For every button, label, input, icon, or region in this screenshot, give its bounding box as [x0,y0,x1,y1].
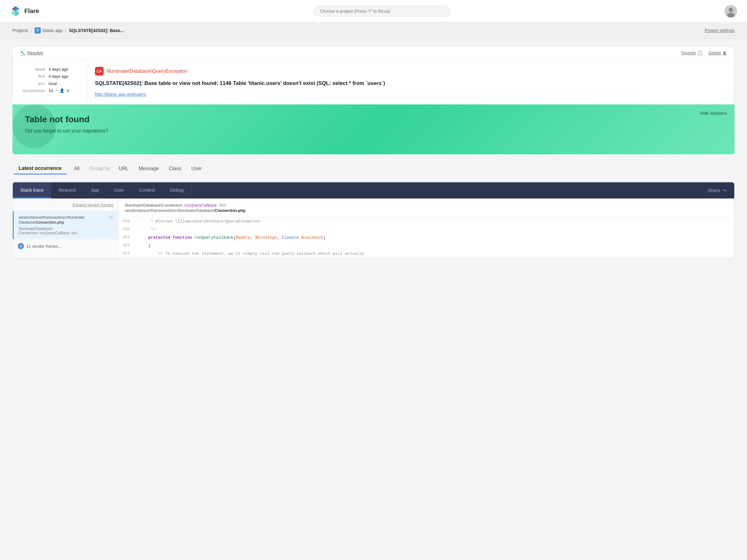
exception-message: SQLSTATE[42S02]: Base table or view not … [95,79,727,87]
svg-point-8 [12,105,56,148]
meta-env: env local [20,81,80,86]
search-input-wrap[interactable] [313,6,450,17]
frame-path: vendor/laravel/framework/src/Illuminate/… [19,215,113,225]
code-line-653: 653 // To execute the statement, we'll s… [119,250,734,258]
solution-banner: Hide solutions Table not found Did you f… [12,105,735,154]
code-tab-user[interactable]: User [107,182,132,198]
breadcrumb-project-link[interactable]: titanic.app [43,28,62,33]
resolve-button[interactable]: 🔧 Resolve [20,50,43,55]
solution-title: Table not found [25,114,722,125]
logo-area: Flare [10,6,39,17]
code-line-651: 651 protected function runQueryCallback(… [119,234,734,242]
resolve-label: Resolve [27,50,43,55]
line-content-650: */ [133,225,734,234]
code-class: Illuminate\Database\Connection [125,203,182,208]
frame-item-active[interactable]: 62 vendor/laravel/framework/src/Illumina… [13,211,118,240]
error-meta: latest 4 days ago first 4 days ago env l… [13,59,87,104]
tab-message[interactable]: Message [135,163,162,174]
line-content-652: { [133,242,734,250]
hide-solutions-button[interactable]: Hide solutions [700,111,727,116]
line-num-653: 653 [119,250,133,257]
code-file-breadcrumb: Illuminate\Database\Connection::runQuery… [119,198,734,217]
meta-occurrences-label: occurrences [23,88,45,93]
delete-label: Delete [709,50,721,55]
breadcrumb-project: F titanic.app [34,27,62,34]
svg-point-6 [729,8,733,12]
delete-button[interactable]: Delete 🗑 [709,50,727,55]
code-tab-stacktrace[interactable]: Stack trace [13,182,51,198]
meta-env-value: local [49,81,80,86]
groupby-label: Group by [87,163,113,174]
code-tab-debug[interactable]: Debug [162,182,191,198]
top-header: Flare [0,0,747,22]
line-content-651: protected function runQueryCallback($que… [133,234,734,242]
search-input[interactable] [320,9,444,14]
error-body: latest 4 days ago first 4 days ago env l… [13,59,734,104]
snooze-label: Snooze [681,50,696,55]
meta-occurrences: occurrences 14 • 👤 0 [20,88,80,93]
trash-icon: 🗑 [722,50,727,55]
meta-latest-value: 4 days ago [49,67,80,72]
code-tab-context[interactable]: Context [131,182,162,198]
meta-first-value: 4 days ago [49,74,80,79]
code-sidebar: Expand vendor frames 62 vendor/laravel/f… [13,198,119,258]
meta-env-label: env [38,81,45,86]
frame-number: 62 [109,215,113,219]
meta-first: first 4 days ago [20,74,80,79]
frame-method: Illuminate\Database\Connection::runQuery… [19,226,113,235]
code-tab-separator [191,185,191,195]
line-content-649: * @throws \Illuminate\Database\QueryExce… [133,217,734,225]
meta-latest-label: latest [35,67,45,72]
frame-path-bold: Connection.php [36,220,64,224]
tab-all[interactable]: All [69,163,85,174]
code-listing: 649 * @throws \Illuminate\Database\Query… [119,217,734,258]
tab-user[interactable]: User [187,163,205,174]
breadcrumb-projects-link[interactable]: Projects [12,28,28,33]
vendor-frames: + 11 vendor frames... [13,239,118,253]
error-detail: LA Illuminate\Database\QueryException SQ… [87,59,734,104]
occurrence-tabs: Latest occurrence All Group by URL Messa… [12,163,735,175]
frame-line: :664 [71,231,77,235]
exception-badge: LA Illuminate\Database\QueryException [95,67,727,76]
logo-text: Flare [24,7,39,15]
code-file-dir: vendor/laravel/framework/src/Illuminate/… [125,208,215,213]
code-tab-app[interactable]: App [83,182,107,198]
code-tab-share[interactable]: Share ↪ [700,182,734,198]
snooze-button[interactable]: Snooze 🕐 [681,50,702,55]
meta-latest: latest 4 days ago [20,67,80,72]
search-bar [39,6,725,17]
exception-icon: LA [95,67,104,76]
code-tab-request[interactable]: Request [51,182,83,198]
error-card-toolbar: 🔧 Resolve Snooze 🕐 Delete 🗑 [13,47,734,59]
line-num-649: 649 [119,217,133,225]
breadcrumb-sep-2: › [65,28,67,33]
tab-class[interactable]: Class [165,163,185,174]
occurrences-dot: • [55,88,57,93]
solution-text: Did you forget to run your migrations? [25,128,722,134]
code-line-number: :664 [218,203,226,208]
code-panel: Stack trace Request App User Context Deb… [12,182,735,258]
flare-logo-icon [10,6,21,17]
code-file-path: vendor/laravel/framework/src/Illuminate/… [125,208,728,213]
tab-latest-occurrence[interactable]: Latest occurrence [14,163,67,175]
meta-first-label: first [38,74,45,79]
meta-occurrences-value: 14 • 👤 0 [49,88,80,93]
expand-vendor-link[interactable]: Expand vendor frames [73,203,113,207]
occurrences-users: 0 [67,88,69,93]
user-avatar[interactable] [725,5,737,18]
vendor-frames-expand-icon[interactable]: + [18,243,24,249]
clock-icon: 🕐 [697,50,702,55]
people-icon: 👤 [59,88,65,93]
code-line-650: 650 */ [119,225,734,234]
tab-url[interactable]: URL [115,163,132,174]
share-icon: ↪ [723,188,727,193]
solution-bg-shape [12,105,56,148]
line-num-651: 651 [119,234,133,241]
code-main: Illuminate\Database\Connection::runQuery… [119,198,734,258]
code-method-line: Illuminate\Database\Connection::runQuery… [125,203,728,208]
project-settings-link[interactable]: Project settings [705,28,735,33]
vendor-frames-text: 11 vendor frames... [26,244,61,248]
exception-url[interactable]: http://titanic.app.test/users [95,92,146,97]
exception-class: Illuminate\Database\QueryException [107,69,188,74]
code-body: Expand vendor frames 62 vendor/laravel/f… [13,198,734,258]
